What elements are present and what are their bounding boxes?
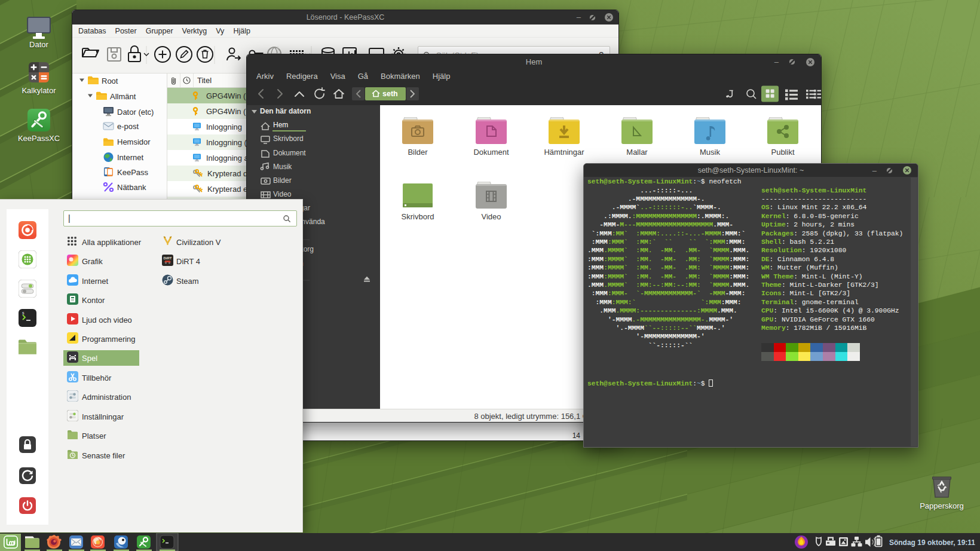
svg-text:DiRT: DiRT [164, 256, 172, 260]
svg-text:Söndag 19 oktober, 19:11: Söndag 19 oktober, 19:11 [889, 538, 975, 547]
